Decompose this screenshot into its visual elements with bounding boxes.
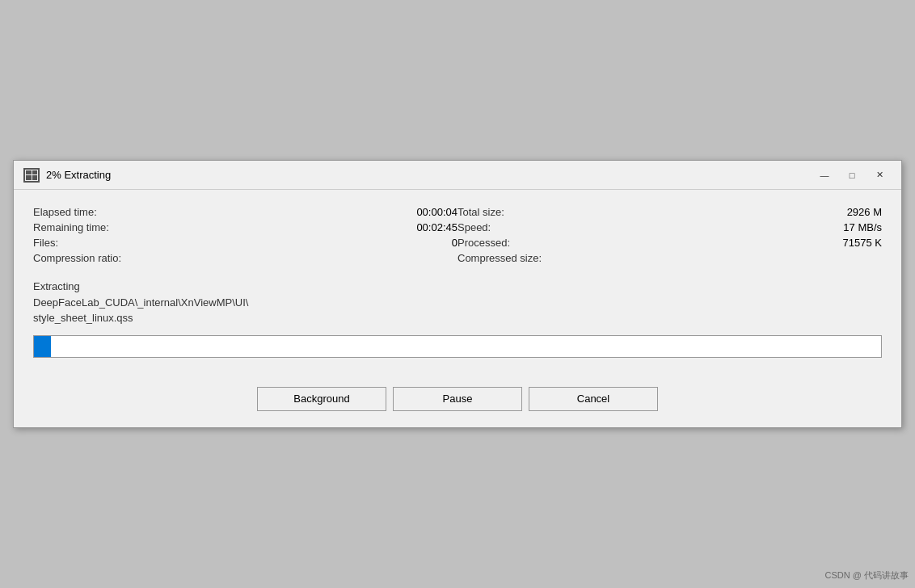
pause-button[interactable]: Pause xyxy=(393,387,522,411)
progress-bar-fill xyxy=(34,336,51,357)
elapsed-value: 00:00:04 xyxy=(137,206,458,218)
close-button[interactable]: ✕ xyxy=(867,166,892,184)
status-section: Extracting DeepFaceLab_CUDA\_internal\Xn… xyxy=(33,280,882,325)
remaining-label: Remaining time: xyxy=(33,221,130,233)
compression-label: Compression ratio: xyxy=(33,252,130,264)
title-controls: — □ ✕ xyxy=(812,166,892,184)
watermark: CSDN @ 代码讲故事 xyxy=(825,569,909,582)
stats-left: Elapsed time: 00:00:04 Remaining time: 0… xyxy=(33,206,458,264)
total-size-value: 2926 M xyxy=(561,206,882,218)
compressed-size-row: Compressed size: xyxy=(458,252,882,264)
progress-bar-container xyxy=(33,335,882,358)
status-file: DeepFaceLab_CUDA\_internal\XnViewMP\UI\s… xyxy=(33,296,882,325)
status-action: Extracting xyxy=(33,280,882,292)
files-row: Files: 0 xyxy=(33,237,458,249)
files-value: 0 xyxy=(137,237,458,249)
footer-buttons: Background Pause Cancel xyxy=(14,374,901,427)
maximize-button[interactable]: □ xyxy=(840,166,864,184)
compressed-size-label: Compressed size: xyxy=(458,252,554,264)
processed-row: Processed: 71575 K xyxy=(458,237,882,249)
stats-right: Total size: 2926 M Speed: 17 MB/s Proces… xyxy=(458,206,882,264)
cancel-button[interactable]: Cancel xyxy=(529,387,658,411)
processed-value: 71575 K xyxy=(561,237,882,249)
processed-label: Processed: xyxy=(458,237,554,249)
speed-row: Speed: 17 MB/s xyxy=(458,221,882,233)
minimize-button[interactable]: — xyxy=(812,166,837,184)
speed-value: 17 MB/s xyxy=(561,221,882,233)
compression-row: Compression ratio: xyxy=(33,252,458,264)
app-icon xyxy=(23,168,40,183)
content-area: Elapsed time: 00:00:04 Remaining time: 0… xyxy=(14,190,901,373)
elapsed-label: Elapsed time: xyxy=(33,206,130,218)
window-title: 2% Extracting xyxy=(46,169,111,181)
main-window: 2% Extracting — □ ✕ Elapsed time: 00:00:… xyxy=(13,160,902,427)
title-bar-left: 2% Extracting xyxy=(23,168,111,183)
title-bar: 2% Extracting — □ ✕ xyxy=(14,161,901,190)
files-label: Files: xyxy=(33,237,130,249)
info-grid: Elapsed time: 00:00:04 Remaining time: 0… xyxy=(33,206,882,264)
remaining-row: Remaining time: 00:02:45 xyxy=(33,221,458,233)
elapsed-row: Elapsed time: 00:00:04 xyxy=(33,206,458,218)
speed-label: Speed: xyxy=(458,221,554,233)
total-size-row: Total size: 2926 M xyxy=(458,206,882,218)
background-button[interactable]: Background xyxy=(257,387,386,411)
remaining-value: 00:02:45 xyxy=(137,221,458,233)
total-size-label: Total size: xyxy=(458,206,554,218)
